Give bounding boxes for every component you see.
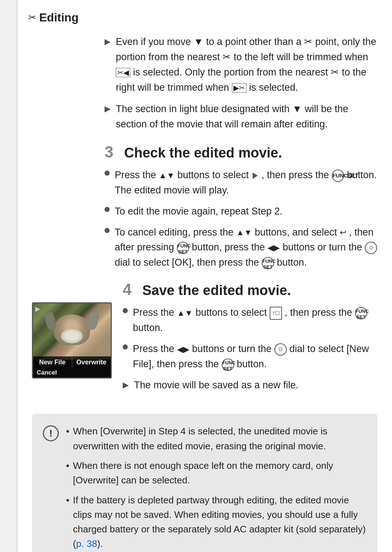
step3-bullet-3: To cancel editing, press the ▲▼ buttons,… xyxy=(105,225,377,271)
page-header: ✂ Editing xyxy=(28,11,377,24)
circle-dot-5 xyxy=(123,344,128,349)
note-box: ! • When [Overwrite] in Step 4 is select… xyxy=(32,414,377,552)
step4-bullet-1: Press the ▲▼ buttons to select ↑□ , then… xyxy=(123,305,377,336)
note-items-list: • When [Overwrite] in Step 4 is selected… xyxy=(66,424,367,552)
page-link[interactable]: p. 38 xyxy=(76,538,97,549)
dial-icon-1: ○ xyxy=(365,242,377,254)
note-text-3: If the battery is depleted partway throu… xyxy=(73,493,367,551)
step3-bullet-1: Press the ▲▼ buttons to select , then pr… xyxy=(105,168,377,198)
lr-arrows-1: ◀▶ xyxy=(268,242,280,254)
step3-bullet-text-2: To edit the movie again, repeat Step 2. xyxy=(115,204,377,219)
step4-triangle-text: The movie will be saved as a new file. xyxy=(134,378,377,393)
screen-btn-row: New File Overwrite xyxy=(33,356,111,368)
circle-dot-1 xyxy=(105,171,110,176)
func-btn-5: FUNCSET xyxy=(222,359,234,371)
main-content: ✂ Editing ▶ Even if you move ▼ to a poin… xyxy=(17,0,392,552)
note-item-2: • When there is not enough space left on… xyxy=(66,458,367,488)
func-btn-3: FUNCSET xyxy=(262,257,274,269)
dial-icon-2: ○ xyxy=(274,343,287,356)
bullet-text-1: Even if you move ▼ to a point other than… xyxy=(116,34,377,95)
note-text-1: When [Overwrite] in Step 4 is selected, … xyxy=(73,424,367,453)
scissors-icon: ✂ xyxy=(28,12,36,23)
undo-icon: ↩ xyxy=(340,226,346,239)
updown-arrows-2: ▲▼ xyxy=(236,226,252,239)
step4-bullet-text-2: Press the ◀▶ buttons or turn the ○ dial … xyxy=(133,342,377,372)
step3-number: 3 xyxy=(105,143,118,161)
triangle-icon-1: ▶ xyxy=(105,36,111,48)
updown-arrows-3: ▲▼ xyxy=(177,307,193,319)
triangle-icon-2: ▶ xyxy=(105,103,111,115)
func-btn-2: FUNCSET xyxy=(177,242,189,254)
circle-dot-2 xyxy=(105,207,110,212)
step3-section: 3 Check the edited movie. Press the ▲▼ b… xyxy=(105,143,377,270)
bullet-item-1: ▶ Even if you move ▼ to a point other th… xyxy=(105,34,377,95)
play-icon xyxy=(253,172,258,179)
dog-photo xyxy=(33,303,111,360)
screen-play-icon: ▶ xyxy=(35,305,40,313)
step3-bullet-text-3: To cancel editing, press the ▲▼ buttons,… xyxy=(115,225,377,271)
func-btn-1: FUNCSET xyxy=(332,169,344,182)
screen-bottom-bar: New File Overwrite Cancel xyxy=(33,356,111,377)
dog-chest xyxy=(61,329,83,343)
step4-full-layout: ▶ New File Overwrite Cancel xyxy=(32,281,377,403)
step3-header: 3 Check the edited movie. xyxy=(105,143,377,161)
note-text-2: When there is not enough space left on t… xyxy=(73,458,367,488)
step4-header: 4 Save the edited movie. xyxy=(123,281,377,299)
step4-title: Save the edited movie. xyxy=(142,283,291,298)
updown-arrows: ▲▼ xyxy=(159,169,175,182)
camera-screen: ▶ New File Overwrite Cancel xyxy=(32,302,112,379)
lr-arrows-2: ◀▶ xyxy=(177,343,189,356)
sidebar-accent xyxy=(0,0,17,552)
save-icon: ↑□ xyxy=(270,307,282,320)
bullet-item-2: ▶ The section in light blue designated w… xyxy=(105,102,377,132)
overwrite-btn[interactable]: Overwrite xyxy=(72,356,111,368)
step4-triangle-note: ▶ The movie will be saved as a new file. xyxy=(123,378,377,393)
note-bullet-2: • xyxy=(66,458,69,488)
note-bullet-3: • xyxy=(66,493,69,551)
step4-section: 4 Save the edited movie. Press the ▲▼ bu… xyxy=(123,281,377,393)
func-btn-4: FUNCSET xyxy=(355,307,367,319)
circle-dot-4 xyxy=(123,308,128,313)
page-title: Editing xyxy=(39,11,78,24)
page-container: ✂ Editing ▶ Even if you move ▼ to a poin… xyxy=(0,0,392,552)
step3-bullet-text-1: Press the ▲▼ buttons to select , then pr… xyxy=(115,168,377,198)
step4-right-content: 4 Save the edited movie. Press the ▲▼ bu… xyxy=(123,281,377,403)
note-bullet-1: • xyxy=(66,424,69,453)
cancel-label[interactable]: Cancel xyxy=(37,369,57,376)
note-item-3: • If the battery is depleted partway thr… xyxy=(66,493,367,551)
bullet-notes-section: ▶ Even if you move ▼ to a point other th… xyxy=(105,34,377,132)
triangle-icon-3: ▶ xyxy=(123,379,129,391)
step4-image-column: ▶ New File Overwrite Cancel xyxy=(32,281,112,403)
note-item-1: • When [Overwrite] in Step 4 is selected… xyxy=(66,424,367,453)
step4-bullet-text-1: Press the ▲▼ buttons to select ↑□ , then… xyxy=(133,305,377,336)
step4-bullet-2: Press the ◀▶ buttons or turn the ○ dial … xyxy=(123,342,377,372)
cancel-btn-row: Cancel xyxy=(33,368,111,377)
warning-icon: ! xyxy=(43,425,59,441)
step4-number: 4 xyxy=(123,281,136,299)
step3-bullet-2: To edit the movie again, repeat Step 2. xyxy=(105,204,377,219)
step3-title: Check the edited movie. xyxy=(124,145,282,161)
new-file-btn[interactable]: New File xyxy=(33,356,72,368)
circle-dot-3 xyxy=(105,228,110,233)
bullet-text-2: The section in light blue designated wit… xyxy=(116,102,377,132)
